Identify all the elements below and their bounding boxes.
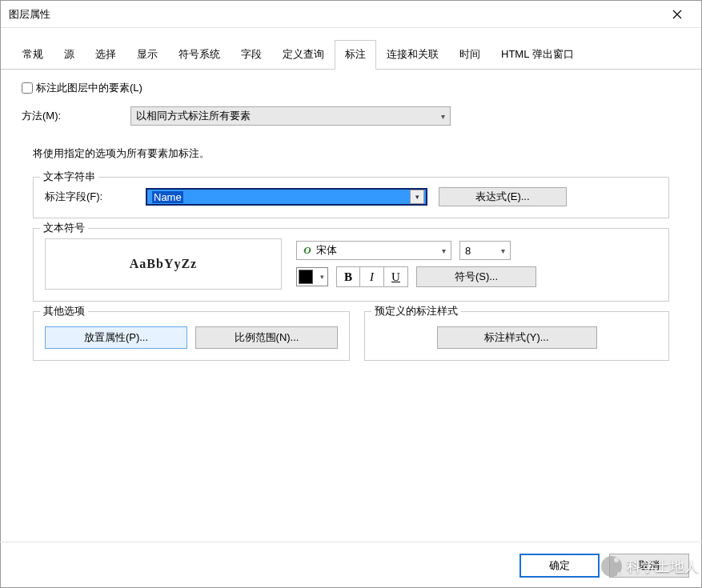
tab-definition-query[interactable]: 定义查询 — [272, 40, 335, 70]
cancel-button[interactable]: 取消 — [609, 554, 689, 578]
placement-properties-button[interactable]: 放置属性(P)... — [45, 326, 187, 349]
tab-symbology[interactable]: 符号系统 — [168, 40, 231, 70]
tab-time[interactable]: 时间 — [449, 40, 491, 70]
chevron-down-icon: ▾ — [410, 190, 424, 204]
bold-button[interactable]: B — [336, 266, 360, 287]
text-string-legend: 文本字符串 — [40, 170, 98, 184]
font-size-value: 8 — [465, 245, 471, 257]
method-label: 方法(M): — [22, 109, 130, 123]
tabbar: 常规 源 选择 显示 符号系统 字段 定义查询 标注 连接和关联 时间 HTML… — [1, 39, 701, 70]
chevron-down-icon: ▾ — [441, 112, 445, 121]
text-symbol-group: 文本符号 AaBbYyZz O 宋体 ▾ 8 ▾ — [33, 228, 669, 302]
tab-selection[interactable]: 选择 — [85, 40, 126, 70]
tab-joins-relates[interactable]: 连接和关联 — [376, 40, 449, 70]
font-select[interactable]: O 宋体 ▾ — [296, 241, 451, 260]
text-symbol-legend: 文本符号 — [40, 221, 88, 235]
tab-content: 标注此图层中的要素(L) 方法(M): 以相同方式标注所有要素 ▾ 将使用指定的… — [1, 70, 701, 369]
label-style-button[interactable]: 标注样式(Y)... — [437, 326, 597, 349]
label-field-select[interactable]: Name ▾ — [146, 188, 427, 206]
underline-button[interactable]: U — [384, 266, 408, 287]
method-select-value: 以相同方式标注所有要素 — [136, 109, 251, 123]
font-select-value: 宋体 — [316, 243, 442, 258]
label-features-checkbox[interactable] — [22, 82, 33, 94]
tab-general[interactable]: 常规 — [12, 40, 54, 70]
other-options-group: 其他选项 放置属性(P)... 比例范围(N)... — [33, 311, 350, 361]
font-icon: O — [302, 245, 313, 256]
window-title: 图层属性 — [9, 7, 50, 22]
chevron-down-icon: ▾ — [442, 246, 446, 255]
predefined-style-group: 预定义的标注样式 标注样式(Y)... — [364, 311, 669, 361]
other-options-legend: 其他选项 — [40, 304, 88, 318]
footer: 确定 取消 — [0, 542, 702, 588]
scale-range-button[interactable]: 比例范围(N)... — [195, 326, 338, 349]
italic-button[interactable]: I — [360, 266, 384, 287]
label-field-value: Name — [152, 191, 183, 203]
text-string-group: 文本字符串 标注字段(F): Name ▾ 表达式(E)... — [33, 177, 669, 218]
color-picker[interactable]: ▾ — [296, 267, 328, 286]
expression-button[interactable]: 表达式(E)... — [439, 187, 567, 206]
label-field-row: 标注字段(F): Name ▾ 表达式(E)... — [45, 187, 657, 206]
label-field-label: 标注字段(F): — [45, 190, 146, 204]
close-button[interactable] — [661, 2, 693, 26]
close-icon — [672, 10, 682, 19]
label-features-row: 标注此图层中的要素(L) — [22, 81, 680, 95]
chevron-down-icon: ▾ — [320, 273, 324, 281]
chevron-down-icon: ▾ — [501, 246, 505, 255]
ok-button[interactable]: 确定 — [519, 554, 600, 578]
method-description: 将使用指定的选项为所有要素加标注。 — [33, 146, 680, 161]
tab-fields[interactable]: 字段 — [231, 40, 272, 70]
symbol-button[interactable]: 符号(S)... — [416, 266, 536, 287]
font-size-select[interactable]: 8 ▾ — [459, 241, 511, 260]
predefined-style-legend: 预定义的标注样式 — [371, 304, 461, 318]
tab-source[interactable]: 源 — [54, 40, 85, 70]
method-select[interactable]: 以相同方式标注所有要素 ▾ — [130, 106, 451, 126]
titlebar: 图层属性 — [1, 1, 701, 28]
label-features-checkbox-label: 标注此图层中的要素(L) — [36, 81, 142, 95]
tab-html-popup[interactable]: HTML 弹出窗口 — [491, 40, 584, 70]
method-row: 方法(M): 以相同方式标注所有要素 ▾ — [22, 106, 680, 126]
tab-labels[interactable]: 标注 — [335, 40, 376, 70]
symbol-preview: AaBbYyZz — [45, 238, 282, 290]
tab-display[interactable]: 显示 — [126, 40, 168, 70]
style-button-group: B I U — [336, 266, 408, 287]
color-swatch-icon — [299, 270, 313, 284]
